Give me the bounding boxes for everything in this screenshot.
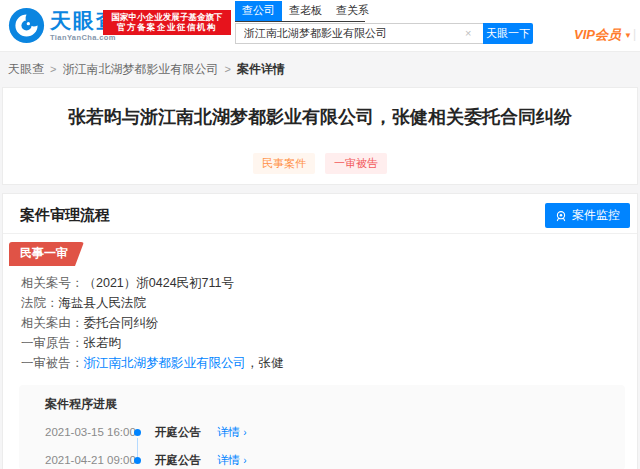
detail-link[interactable]: 详情 ›	[217, 453, 247, 468]
breadcrumb-separator: >	[224, 63, 230, 75]
breadcrumb-separator: >	[50, 63, 56, 75]
header-divider: |	[633, 27, 636, 41]
badge-line2: 官方备案企业征信机构	[106, 22, 228, 32]
monitor-icon	[555, 210, 567, 222]
section-header: 案件审理流程 案件监控	[3, 194, 637, 234]
breadcrumb-home[interactable]: 天眼查	[8, 61, 44, 78]
field-cause: 相关案由：委托合同纠纷	[21, 313, 637, 333]
vip-label: VIP会员	[574, 26, 621, 44]
vip-member-link[interactable]: VIP会员 ▼	[574, 26, 632, 44]
case-tags: 民事案件 一审被告	[3, 153, 637, 174]
badge-line1: 国家中小企业发展子基金旗下	[106, 12, 228, 22]
search-button[interactable]: 天眼一下	[483, 23, 533, 44]
tag-civil-case: 民事案件	[253, 153, 315, 174]
caret-down-icon: ▼	[624, 31, 632, 40]
company-link[interactable]: 浙江南北湖梦都影业有限公司	[84, 356, 247, 370]
timeline-datetime: 2021-03-15 16:00	[45, 426, 121, 438]
breadcrumb: 天眼查 > 浙江南北湖梦都影业有限公司 > 案件详情	[0, 52, 640, 86]
field-case-number: 相关案号：（2021）浙0424民初711号	[21, 273, 637, 293]
page-title: 张若昀与浙江南北湖梦都影业有限公司，张健相关委托合同纠纷	[3, 105, 637, 129]
search-area: 查公司 查老板 查关系 × 天眼一下	[235, 3, 533, 44]
monitor-button-label: 案件监控	[572, 207, 620, 224]
official-credit-badge: 国家中小企业发展子基金旗下 官方备案企业征信机构	[103, 10, 231, 35]
tab-search-company[interactable]: 查公司	[235, 1, 282, 21]
timeline: 2021-03-15 16:00 开庭公告 详情 › 2021-04-21 09…	[45, 418, 625, 469]
case-monitor-button[interactable]: 案件监控	[545, 203, 630, 228]
field-court: 法院：海盐县人民法院	[21, 293, 637, 313]
search-tabs: 查公司 查老板 查关系	[235, 3, 365, 22]
clear-icon[interactable]: ×	[465, 27, 471, 39]
progress-title: 案件程序进展	[45, 396, 625, 413]
case-flow-card: 案件审理流程 案件监控 民事一审 相关案号：（2021）浙0424民初711号 …	[2, 193, 638, 469]
case-title-card: 张若昀与浙江南北湖梦都影业有限公司，张健相关委托合同纠纷 民事案件 一审被告	[2, 87, 638, 185]
tab-search-relation[interactable]: 查关系	[329, 1, 376, 21]
tab-civil-first-instance[interactable]: 民事一审	[9, 242, 84, 266]
section-title: 案件审理流程	[20, 206, 110, 225]
chevron-right-icon: ›	[243, 427, 246, 438]
timeline-event: 开庭公告	[155, 425, 201, 440]
timeline-item: 2021-04-21 09:00 开庭公告 详情 ›	[45, 446, 625, 469]
case-progress-box: 案件程序进展 2021-03-15 16:00 开庭公告 详情 › 2021-0…	[19, 385, 625, 469]
breadcrumb-company[interactable]: 浙江南北湖梦都影业有限公司	[62, 61, 218, 78]
search-input[interactable]	[235, 23, 483, 44]
field-defendant: 一审被告：浙江南北湖梦都影业有限公司，张健	[21, 353, 637, 373]
timeline-event: 开庭公告	[155, 453, 201, 468]
timeline-dot-icon	[134, 457, 141, 464]
header: 天眼查 TianYanCha.com 国家中小企业发展子基金旗下 官方备案企业征…	[0, 0, 640, 52]
chevron-right-icon: ›	[243, 455, 246, 466]
tab-search-boss[interactable]: 查老板	[282, 1, 329, 21]
timeline-dot-icon	[134, 429, 141, 436]
field-plaintiff: 一审原告：张若昀	[21, 333, 637, 353]
tag-first-instance-defendant: 一审被告	[325, 153, 387, 174]
timeline-item: 2021-03-15 16:00 开庭公告 详情 ›	[45, 418, 625, 446]
case-fields: 相关案号：（2021）浙0424民初711号 法院：海盐县人民法院 相关案由：委…	[21, 273, 637, 373]
eye-logo-icon	[8, 7, 45, 44]
breadcrumb-current: 案件详情	[237, 61, 285, 78]
detail-link[interactable]: 详情 ›	[217, 425, 247, 440]
timeline-datetime: 2021-04-21 09:00	[45, 454, 121, 466]
